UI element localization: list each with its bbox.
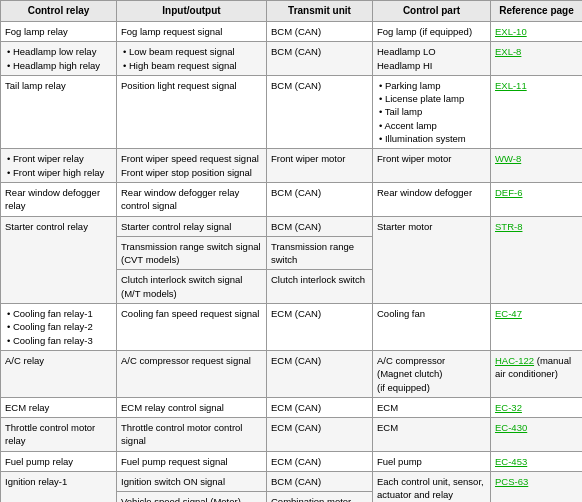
control-part-cell: ECM [373, 418, 491, 452]
control-relay-cell: Rear window defogger relay [1, 182, 117, 216]
table-row: A/C relay A/C compressor request signal … [1, 350, 583, 397]
header-control-part: Control part [373, 1, 491, 22]
ref-page-cell[interactable]: EXL-8 [491, 42, 583, 76]
control-part-cell: Each control unit, sensor, actuator and … [373, 472, 491, 502]
transmit-unit-cell: ECM (CAN) [267, 418, 373, 452]
control-relay-cell: Throttle control motor relay [1, 418, 117, 452]
table-row: Fog lamp relay Fog lamp request signal B… [1, 22, 583, 42]
control-relay-cell: Fuel pump relay [1, 451, 117, 471]
input-output-cell: ECM relay control signal [117, 397, 267, 417]
input-output-cell: Front wiper speed request signal Front w… [117, 149, 267, 183]
table-row: Fuel pump relay Fuel pump request signal… [1, 451, 583, 471]
transmit-unit-cell: ECM (CAN) [267, 350, 373, 397]
transmit-unit-cell: ECM (CAN) [267, 451, 373, 471]
transmit-unit-cell: ECM (CAN) [267, 397, 373, 417]
ref-page-cell[interactable]: DEF-6 [491, 182, 583, 216]
control-part-cell: Front wiper motor [373, 149, 491, 183]
ref-page-cell[interactable]: EC-47 [491, 304, 583, 351]
table-row: Rear window defogger relay Rear window d… [1, 182, 583, 216]
header-reference-page: Reference page [491, 1, 583, 22]
control-part-cell: A/C compressor(Magnet clutch)(if equippe… [373, 350, 491, 397]
transmit-unit-cell: BCM (CAN) [267, 42, 373, 76]
control-part-cell: Cooling fan [373, 304, 491, 351]
input-output-cell: Fuel pump request signal [117, 451, 267, 471]
input-output-cell: Starter control relay signal [117, 216, 267, 236]
transmit-unit-cell: ECM (CAN) [267, 304, 373, 351]
input-output-cell: Low beam request signal High beam reques… [117, 42, 267, 76]
transmit-unit-cell: BCM (CAN) [267, 75, 373, 148]
transmit-unit-cell: Clutch interlock switch [267, 270, 373, 304]
header-transmit-unit: Transmit unit [267, 1, 373, 22]
control-relay-cell: Headlamp low relay Headlamp high relay [1, 42, 117, 76]
ref-page-cell[interactable]: STR-8 [491, 216, 583, 303]
transmit-unit-cell: Transmission range switch [267, 236, 373, 270]
transmit-unit-cell: Front wiper motor [267, 149, 373, 183]
control-relay-cell: Fog lamp relay [1, 22, 117, 42]
input-output-cell: Ignition switch ON signal [117, 472, 267, 492]
ref-page-cell[interactable]: EC-453 [491, 451, 583, 471]
control-relay-cell: Ignition relay-1 [1, 472, 117, 502]
control-relay-cell: Front wiper relay Front wiper high relay [1, 149, 117, 183]
input-output-cell: Position light request signal [117, 75, 267, 148]
control-part-cell: Fog lamp (if equipped) [373, 22, 491, 42]
header-input-output: Input/output [117, 1, 267, 22]
ref-page-cell[interactable]: EC-32 [491, 397, 583, 417]
transmit-unit-cell: BCM (CAN) [267, 22, 373, 42]
input-output-cell: A/C compressor request signal [117, 350, 267, 397]
transmit-unit-cell: BCM (CAN) [267, 472, 373, 492]
control-part-cell: Starter motor [373, 216, 491, 303]
input-output-cell: Vehicle speed signal (Meter) [117, 492, 267, 502]
control-part-cell: Headlamp LOHeadlamp HI [373, 42, 491, 76]
table-row: Starter control relay Starter control re… [1, 216, 583, 236]
control-relay-cell: A/C relay [1, 350, 117, 397]
ref-page-cell[interactable]: HAC-122 (manual air conditioner) [491, 350, 583, 397]
control-part-cell: Parking lamp License plate lamp Tail lam… [373, 75, 491, 148]
table-row: Cooling fan relay-1 Cooling fan relay-2 … [1, 304, 583, 351]
input-output-cell: Fog lamp request signal [117, 22, 267, 42]
input-output-cell: Transmission range switch signal (CVT mo… [117, 236, 267, 270]
table-row: Front wiper relay Front wiper high relay… [1, 149, 583, 183]
control-relay-cell: Starter control relay [1, 216, 117, 303]
table-row: Throttle control motor relay Throttle co… [1, 418, 583, 452]
table-row: Ignition relay-1 Ignition switch ON sign… [1, 472, 583, 492]
input-output-cell: Clutch interlock switch signal (M/T mode… [117, 270, 267, 304]
transmit-unit-cell: Combination meter (CAN) [267, 492, 373, 502]
transmit-unit-cell: BCM (CAN) [267, 216, 373, 236]
input-output-cell: Throttle control motor control signal [117, 418, 267, 452]
header-control-relay: Control relay [1, 1, 117, 22]
control-relay-cell: Cooling fan relay-1 Cooling fan relay-2 … [1, 304, 117, 351]
input-output-cell: Cooling fan speed request signal [117, 304, 267, 351]
control-relay-cell: Tail lamp relay [1, 75, 117, 148]
control-part-cell: ECM [373, 397, 491, 417]
ref-page-cell[interactable]: EXL-10 [491, 22, 583, 42]
input-output-cell: Rear window defogger relay control signa… [117, 182, 267, 216]
table-row: ECM relay ECM relay control signal ECM (… [1, 397, 583, 417]
control-part-cell: Fuel pump [373, 451, 491, 471]
control-relay-cell: ECM relay [1, 397, 117, 417]
control-part-cell: Rear window defogger [373, 182, 491, 216]
ref-page-cell[interactable]: WW-8 [491, 149, 583, 183]
ref-page-cell[interactable]: EXL-11 [491, 75, 583, 148]
table-row: Headlamp low relay Headlamp high relay L… [1, 42, 583, 76]
table-row: Tail lamp relay Position light request s… [1, 75, 583, 148]
ref-page-cell[interactable]: PCS-63 [491, 472, 583, 502]
ref-page-cell[interactable]: EC-430 [491, 418, 583, 452]
transmit-unit-cell: BCM (CAN) [267, 182, 373, 216]
